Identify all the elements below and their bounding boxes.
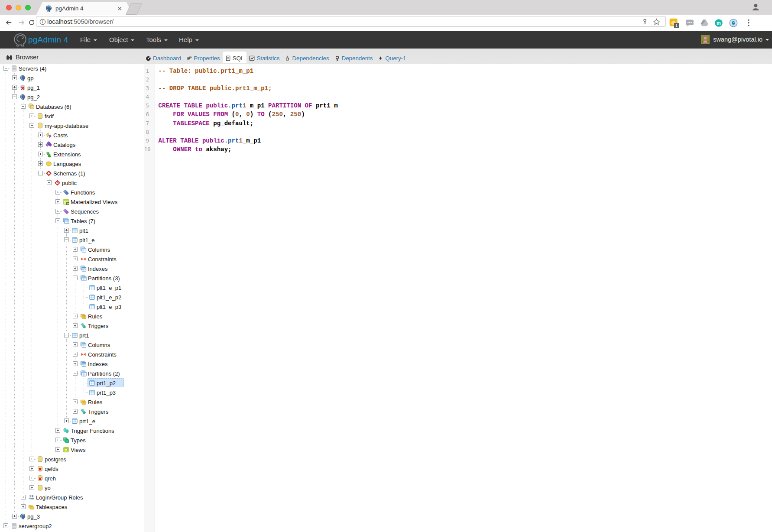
tree-item-extensions[interactable]: Extensions (0, 149, 126, 159)
tree-expand-toggle[interactable] (73, 314, 78, 318)
menu-file[interactable]: File (80, 36, 97, 43)
tree-expand-toggle[interactable] (73, 409, 78, 414)
tree-item-plt1-e-p3[interactable]: plt1_e_p3 (0, 302, 126, 311)
extension-m-icon[interactable]: m (714, 19, 723, 27)
tree-item-servergroup2[interactable]: servergroup2 (0, 521, 126, 531)
tree-expand-toggle[interactable] (55, 447, 60, 452)
extension-eye-icon[interactable] (729, 19, 738, 27)
tree-expand-toggle[interactable] (55, 218, 60, 223)
tree-expand-toggle[interactable] (29, 476, 34, 480)
tree-item-prt1[interactable]: prt1 (0, 331, 126, 340)
tree-expand-toggle[interactable] (73, 256, 78, 261)
tree-item-views[interactable]: Views (0, 445, 126, 454)
page-info-icon[interactable] (39, 19, 46, 25)
tree-item-types[interactable]: Types (0, 435, 126, 445)
tree-item-schemas-1-[interactable]: Schemas (1) (0, 169, 126, 178)
tree-expand-toggle[interactable] (38, 161, 43, 166)
tree-item-plt1-e-p1[interactable]: plt1_e_p1 (0, 283, 126, 292)
tab-properties[interactable]: Properties (184, 49, 223, 63)
tree-item-trigger-functions[interactable]: Trigger Functions (0, 426, 126, 435)
forward-icon[interactable] (18, 19, 26, 26)
tree-expand-toggle[interactable] (55, 209, 60, 214)
user-menu[interactable]: swang@pivotal.io (701, 35, 769, 45)
tree-item-materialized-views[interactable]: MMaterialized Views (0, 197, 126, 207)
tree-expand-toggle[interactable] (73, 399, 78, 404)
tree-expand-toggle[interactable] (38, 152, 43, 156)
tree-item-plt1-e-p2[interactable]: plt1_e_p2 (0, 292, 126, 302)
tree-expand-toggle[interactable] (12, 94, 17, 99)
tree-expand-toggle[interactable] (21, 495, 26, 500)
tree-expand-toggle[interactable] (73, 247, 78, 252)
tree-item-rules[interactable]: Rules (0, 311, 126, 321)
tree-expand-toggle[interactable] (73, 352, 78, 357)
tree-item-triggers[interactable]: Triggers (0, 321, 126, 331)
profile-icon[interactable] (751, 3, 760, 12)
tree-item-languages[interactable]: Languages (0, 159, 126, 169)
tree-item-yo[interactable]: yo (0, 483, 126, 493)
tree-item-qreh[interactable]: qreh (0, 474, 126, 483)
tree-expand-toggle[interactable] (55, 438, 60, 442)
address-bar[interactable]: localhost:5050/browser/ (36, 16, 666, 27)
tree-item-indexes[interactable]: Indexes (0, 359, 126, 369)
tree-expand-toggle[interactable] (73, 342, 78, 347)
menu-help[interactable]: Help (179, 36, 199, 43)
tree-expand-toggle[interactable] (12, 75, 17, 80)
tree-item-databases-6-[interactable]: Databases (6) (0, 102, 126, 111)
tree-item-pg-3[interactable]: pg_3 (0, 512, 126, 521)
window-minimize-button[interactable] (16, 5, 21, 10)
tree-item-tablespaces[interactable]: Tablespaces (0, 502, 126, 512)
tree-expand-toggle[interactable] (73, 361, 78, 366)
tree-expand-toggle[interactable] (12, 85, 17, 90)
tree-expand-toggle[interactable] (21, 504, 26, 509)
tree-expand-toggle[interactable] (12, 514, 17, 519)
tree-item-triggers[interactable]: Triggers (0, 407, 126, 416)
tree-item-prt1-e[interactable]: prt1_e (0, 416, 126, 426)
window-close-button[interactable] (6, 5, 12, 10)
tree-expand-toggle[interactable] (55, 428, 60, 433)
tab-dashboard[interactable]: Dashboard (143, 49, 184, 63)
browser-menu-icon[interactable] (745, 18, 753, 27)
tree-item-gp[interactable]: gp (0, 73, 126, 83)
tree-item-tables-7-[interactable]: Tables (7) (0, 216, 126, 226)
tree-expand-toggle[interactable] (47, 180, 52, 185)
bookmark-star-icon[interactable] (653, 18, 660, 26)
menu-tools[interactable]: Tools (146, 36, 168, 43)
tree-item-functions[interactable]: Functions (0, 188, 126, 197)
tree-expand-toggle[interactable] (29, 457, 34, 461)
tree-item-pg-1[interactable]: pg_1 (0, 83, 126, 92)
extension-chat-icon[interactable] (685, 19, 694, 27)
tree-expand-toggle[interactable] (29, 123, 34, 128)
tree-expand-toggle[interactable] (64, 418, 69, 423)
tree-item-prt1-p2[interactable]: prt1_p2 (0, 378, 126, 388)
tree-item-partitions-2-[interactable]: Partitions (2) (0, 369, 126, 378)
tree-item-columns[interactable]: Columns (0, 340, 126, 350)
tree-expand-toggle[interactable] (73, 323, 78, 328)
tree-expand-toggle[interactable] (38, 171, 43, 175)
tree-item-catalogs[interactable]: Catalogs (0, 140, 126, 149)
tree-expand-toggle[interactable] (73, 276, 78, 280)
tree-expand-toggle[interactable] (73, 266, 78, 271)
tab-dependents[interactable]: Dependents (332, 49, 376, 63)
tree-expand-toggle[interactable] (3, 523, 8, 528)
tree-item-constraints[interactable]: Constraints (0, 254, 126, 264)
tab-sql[interactable]: SQL (223, 52, 247, 63)
extension-drive-icon[interactable] (700, 19, 709, 27)
tree-expand-toggle[interactable] (21, 104, 26, 109)
tree-expand-toggle[interactable] (55, 190, 60, 195)
tree-expand-toggle[interactable] (29, 466, 34, 471)
tree-expand-toggle[interactable] (64, 228, 69, 233)
tree-item-plt1-e[interactable]: plt1_e (0, 235, 126, 245)
tree-expand-toggle[interactable] (38, 133, 43, 137)
tab-dependencies[interactable]: Dependencies (282, 49, 331, 63)
extension-postman-icon[interactable]: 1 (669, 18, 679, 28)
tab-close-icon[interactable]: ✕ (117, 5, 122, 12)
tree-item-servers-4-[interactable]: Servers (4) (0, 64, 126, 73)
tree-item-prt1-p3[interactable]: prt1_p3 (0, 388, 126, 397)
tree-item-columns[interactable]: Columns (0, 245, 126, 254)
tree-expand-toggle[interactable] (55, 199, 60, 204)
tree-expand-toggle[interactable] (64, 333, 69, 337)
tree-expand-toggle[interactable] (29, 485, 34, 490)
window-zoom-button[interactable] (25, 5, 31, 10)
tree-expand-toggle[interactable] (73, 371, 78, 376)
tree-item-public[interactable]: public (0, 178, 126, 188)
